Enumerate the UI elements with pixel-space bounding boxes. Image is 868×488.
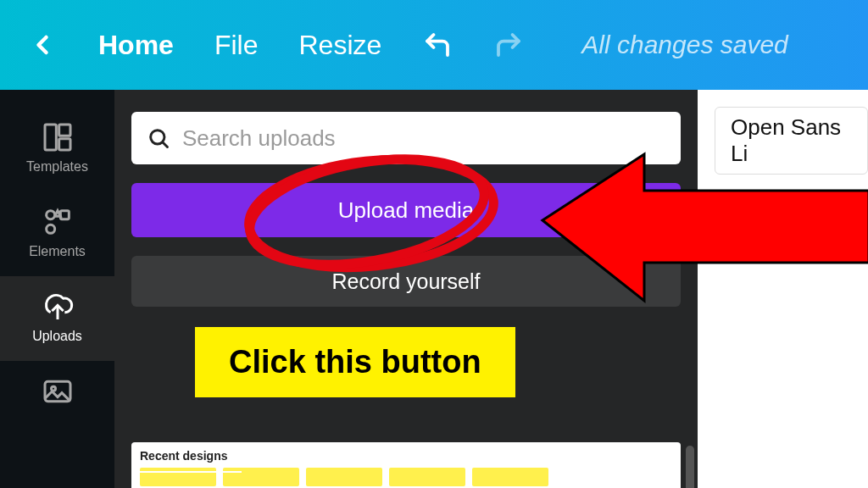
top-toolbar: Home File Resize All changes saved: [0, 0, 868, 90]
photos-icon: [41, 374, 75, 408]
recent-thumb[interactable]: [389, 468, 465, 486]
search-icon: [147, 125, 170, 151]
svg-rect-0: [45, 125, 56, 150]
panel-scrollbar[interactable]: [686, 446, 694, 488]
recent-designs-title: Recent designs: [140, 449, 672, 463]
home-link[interactable]: Home: [98, 30, 174, 61]
elements-icon: [41, 205, 75, 239]
recent-thumb[interactable]: [306, 468, 382, 486]
back-icon[interactable]: [27, 30, 58, 60]
search-input-row[interactable]: [131, 112, 681, 164]
svg-point-5: [46, 225, 54, 233]
sidebar-item-elements[interactable]: Elements: [0, 191, 114, 276]
svg-point-3: [46, 211, 54, 219]
svg-line-9: [163, 142, 167, 147]
search-input[interactable]: [182, 125, 665, 152]
sidebar-item-label: Uploads: [32, 329, 82, 344]
tab-underline: [131, 471, 242, 473]
recent-thumb[interactable]: [472, 468, 548, 486]
uploads-panel: Upload media Record yourself Recent desi…: [114, 90, 698, 488]
svg-rect-1: [58, 125, 70, 136]
file-menu[interactable]: File: [214, 30, 259, 61]
undo-icon[interactable]: [422, 30, 453, 60]
sidebar-item-uploads[interactable]: Uploads: [0, 276, 114, 361]
sidebar-item-label: Elements: [29, 244, 86, 259]
sidebar-item-photos[interactable]: [0, 361, 114, 430]
sidebar: Templates Elements Uploads: [0, 90, 114, 488]
svg-rect-2: [58, 139, 70, 150]
save-status: All changes saved: [581, 30, 788, 59]
resize-menu[interactable]: Resize: [298, 30, 381, 61]
templates-icon: [41, 120, 75, 154]
annotation-callout: Click this button: [195, 327, 515, 397]
redo-icon[interactable]: [493, 30, 524, 60]
recent-designs: Recent designs: [131, 442, 681, 488]
canvas-area: Open Sans Li: [698, 90, 868, 488]
uploads-icon: [41, 290, 75, 324]
font-picker[interactable]: Open Sans Li: [715, 107, 868, 175]
svg-rect-4: [60, 211, 69, 219]
record-yourself-button[interactable]: Record yourself: [131, 256, 681, 307]
upload-media-button[interactable]: Upload media: [131, 183, 681, 237]
sidebar-item-label: Templates: [26, 159, 88, 175]
sidebar-item-templates[interactable]: Templates: [0, 107, 114, 191]
